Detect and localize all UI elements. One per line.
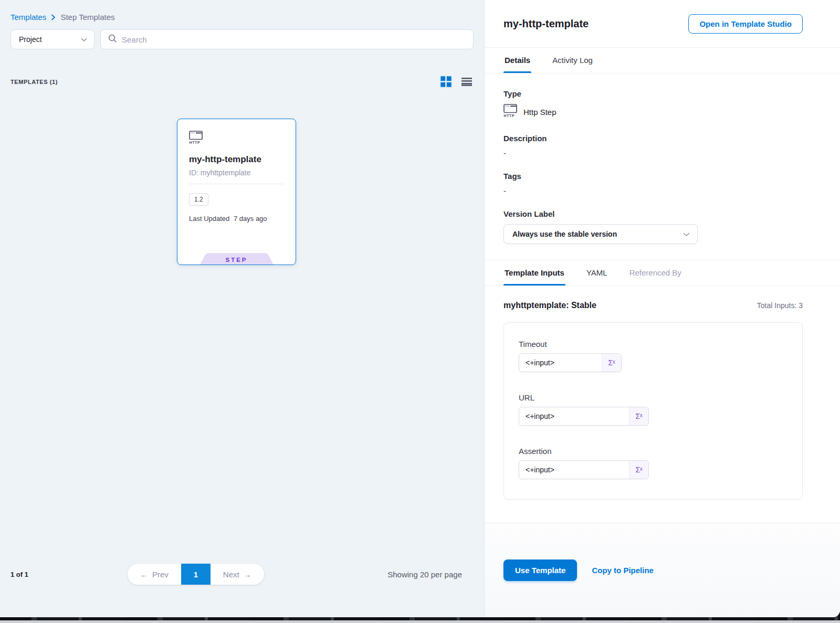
url-field[interactable]: <+input> Σˣ	[519, 407, 649, 426]
input-group-timeout: Timeout <+input> Σˣ	[519, 340, 788, 372]
view-toggles	[440, 76, 472, 88]
svg-text:HTTP: HTTP	[504, 114, 515, 118]
tab-yaml[interactable]: YAML	[585, 260, 608, 286]
timeout-label: Timeout	[519, 340, 788, 349]
type-row: HTTP Http Step	[503, 104, 803, 120]
templates-count-label: TEMPLATES (1)	[10, 79, 58, 85]
http-step-icon: HTTP	[503, 104, 518, 120]
http-step-icon: HTTP	[189, 131, 284, 146]
breadcrumb: Templates Step Templates	[0, 0, 484, 22]
open-in-template-studio-button[interactable]: Open in Template Studio	[688, 14, 803, 34]
last-updated: Last Updated 7 days ago	[189, 215, 284, 223]
template-inputs-body: myhttptemplate: Stable Total Inputs: 3 T…	[485, 286, 840, 523]
details-body: Type HTTP Http Step Description - Tags	[485, 73, 840, 260]
version-select-value: Always use the stable version	[512, 230, 617, 238]
arrow-right-icon: →	[244, 570, 251, 579]
breadcrumb-chevron-icon	[51, 14, 56, 20]
assertion-label: Assertion	[519, 447, 788, 456]
arrow-left-icon: ←	[140, 570, 148, 579]
chevron-down-icon	[683, 230, 690, 238]
description-value: -	[503, 149, 803, 157]
assertion-field[interactable]: <+input> Σˣ	[519, 460, 649, 479]
inputs-heading: myhttptemplate: Stable	[503, 301, 596, 310]
app-window: Templates Step Templates Project	[0, 0, 840, 617]
template-card-id: ID: myhttptemplate	[189, 168, 284, 177]
tags-value: -	[503, 186, 803, 195]
template-card-title: my-http-template	[189, 154, 284, 165]
search-box	[100, 29, 474, 49]
chevron-down-icon	[81, 35, 87, 44]
input-group-url: URL <+input> Σˣ	[519, 393, 788, 426]
copy-to-pipeline-link[interactable]: Copy to Pipeline	[592, 566, 654, 575]
expression-toggle-icon[interactable]: Σˣ	[602, 354, 621, 372]
step-type-badge: STEP	[200, 253, 274, 265]
expression-toggle-icon[interactable]: Σˣ	[629, 407, 648, 425]
card-divider	[189, 184, 284, 184]
list-view-button[interactable]	[461, 77, 472, 87]
search-icon	[108, 34, 117, 45]
url-value: <+input>	[519, 407, 629, 425]
scope-select[interactable]: Project	[10, 29, 94, 49]
inputs-card: Timeout <+input> Σˣ URL <+input> Σˣ	[503, 322, 803, 500]
url-label: URL	[519, 393, 788, 402]
prev-label: Prev	[152, 570, 169, 579]
detail-title: my-http-template	[503, 18, 589, 30]
use-template-button[interactable]: Use Template	[503, 559, 577, 581]
svg-text:HTTP: HTTP	[190, 141, 201, 144]
assertion-value: <+input>	[519, 461, 629, 479]
desktop-background: Templates Step Templates Project	[0, 0, 840, 623]
timeout-value: <+input>	[519, 354, 602, 372]
last-updated-label: Last Updated	[189, 215, 229, 223]
inputs-total: Total Inputs: 3	[757, 301, 803, 310]
description-label: Description	[503, 134, 803, 143]
detail-header: my-http-template Open in Template Studio	[485, 0, 840, 47]
inputs-head: myhttptemplate: Stable Total Inputs: 3	[503, 301, 803, 310]
next-label: Next	[223, 570, 239, 579]
version-select[interactable]: Always use the stable version	[503, 224, 698, 244]
template-card[interactable]: HTTP my-http-template ID: myhttptemplate…	[177, 119, 296, 265]
tags-label: Tags	[503, 172, 803, 181]
expression-toggle-icon[interactable]: Σˣ	[629, 461, 648, 479]
next-page-button[interactable]: Next →	[211, 564, 264, 585]
tab-referenced-by[interactable]: Referenced By	[628, 260, 682, 286]
input-group-assertion: Assertion <+input> Σˣ	[519, 447, 788, 479]
templates-list-panel: Templates Step Templates Project	[0, 0, 484, 617]
version-chip[interactable]: 1.2	[189, 193, 208, 206]
grid-view-button[interactable]	[440, 76, 452, 88]
page-1-button[interactable]: 1	[181, 564, 211, 585]
tab-template-inputs[interactable]: Template Inputs	[503, 260, 565, 286]
template-details-panel: my-http-template Open in Template Studio…	[484, 0, 840, 617]
last-updated-value: 7 days ago	[234, 215, 267, 223]
tab-activity-log[interactable]: Activity Log	[551, 48, 594, 73]
pager: ← Prev 1 Next →	[128, 564, 264, 585]
detail-footer: Use Template Copy to Pipeline	[485, 523, 840, 617]
search-input[interactable]	[122, 35, 466, 44]
filter-row: Project	[0, 22, 484, 49]
type-value: Http Step	[523, 108, 556, 117]
version-label: Version Label	[503, 209, 803, 218]
type-label: Type	[503, 89, 803, 98]
detail-tabs: Details Activity Log	[485, 47, 840, 73]
per-page-label: Showing 20 per page	[387, 570, 462, 579]
timeout-field[interactable]: <+input> Σˣ	[519, 353, 622, 372]
breadcrumb-templates-link[interactable]: Templates	[10, 13, 46, 22]
tab-details[interactable]: Details	[503, 48, 531, 73]
page-summary: 1 of 1	[10, 571, 28, 578]
pagination-bar: 1 of 1 ← Prev 1 Next → Showing 20 per pa…	[0, 564, 484, 586]
bottom-gray-strip	[0, 620, 840, 623]
sub-tabs: Template Inputs YAML Referenced By	[485, 260, 840, 286]
prev-page-button[interactable]: ← Prev	[128, 564, 181, 585]
step-badge-label: STEP	[200, 253, 274, 265]
list-header: TEMPLATES (1)	[0, 49, 484, 88]
scope-select-value: Project	[19, 35, 42, 44]
breadcrumb-current: Step Templates	[60, 13, 114, 22]
